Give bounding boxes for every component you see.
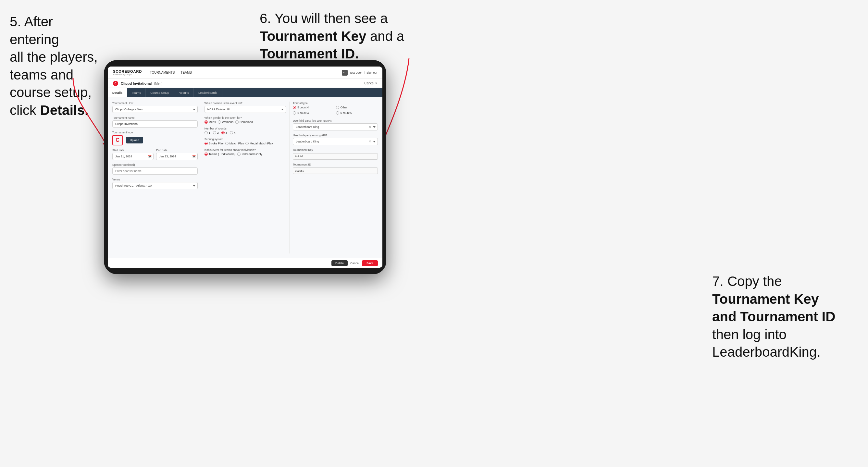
bottom-bar: Delete Cancel Save [108,258,382,268]
format-5count4[interactable]: 5 count 4 [293,106,335,109]
third-party-1-select[interactable]: Leaderboard King [293,123,378,130]
tournament-host-select[interactable]: Clippd College - Men [112,106,198,113]
start-date-input[interactable] [112,153,154,160]
tab-leaderboards[interactable]: Leaderboards [194,88,222,97]
gender-womens-label: Womens [222,120,234,124]
tournament-logo-label: Tournament logo [112,131,198,134]
third-party-1-label: Use third-party live scoring API? [293,119,378,122]
gender-womens-radio[interactable] [218,120,221,124]
rounds-2[interactable]: 2 [213,131,219,134]
tournament-name-input[interactable] [112,120,198,128]
format-6count5[interactable]: 6 count 5 [336,111,378,115]
gender-womens[interactable]: Womens [218,120,234,124]
rounds-3[interactable]: 3 [221,131,227,134]
clear-third-party-1[interactable]: ✕ [369,125,371,128]
clear-third-party-2[interactable]: ✕ [369,140,371,143]
end-date-wrap: 📅 [156,153,197,160]
rounds-1-radio[interactable] [205,131,208,134]
rounds-4[interactable]: 4 [230,131,236,134]
annotation-left-line2: all the players, [10,49,98,65]
scoring-medal-match[interactable]: Medal Match Play [245,142,273,145]
cancel-form-button[interactable]: Cancel [350,261,359,265]
user-name: Test User [350,71,362,74]
gender-combined[interactable]: Combined [235,120,253,124]
sponsor-input[interactable] [112,167,198,175]
delete-button[interactable]: Delete [332,260,348,266]
gender-combined-radio[interactable] [235,120,239,124]
gender-label: Which gender is the event for? [205,116,286,119]
gender-mens-radio[interactable] [205,120,208,124]
division-select[interactable]: NCAA Division III [205,106,286,113]
tab-details[interactable]: Details [108,88,127,97]
tournament-logo-group: Tournament logo C Upload [112,131,198,145]
scoring-match-radio[interactable] [225,142,228,145]
cancel-button[interactable]: Cancel × [364,82,377,85]
form-col-3: Format type 5 count 4 Other [289,101,378,253]
user-avatar: TU [342,70,348,75]
format-6count4-radio[interactable] [293,111,296,115]
rounds-2-radio[interactable] [213,131,216,134]
format-other-radio[interactable] [336,106,339,109]
format-6count5-radio[interactable] [336,111,339,115]
teams-plus-individuals[interactable]: Teams (+Individuals) [205,153,236,156]
annotation-br-line1: 7. Copy the [712,274,782,289]
tab-course-setup[interactable]: Course Setup [146,88,174,97]
rounds-4-radio[interactable] [230,131,233,134]
end-date-input[interactable] [156,153,197,160]
teams-radio-group: Teams (+Individuals) Individuals Only [205,153,286,156]
individuals-only[interactable]: Individuals Only [237,153,262,156]
scoring-match-label: Match Play [229,142,244,145]
gender-mens[interactable]: Mens [205,120,216,124]
nav-teams[interactable]: TEAMS [181,71,192,74]
teams-group: Is this event for Teams and/or Individua… [205,148,286,156]
rounds-3-label: 3 [226,131,227,134]
date-row: Start date 📅 End date 📅 [112,149,198,160]
scoring-medal-radio[interactable] [245,142,249,145]
nav-separator: | [364,71,365,74]
format-other[interactable]: Other [336,106,378,109]
start-date-group: Start date 📅 [112,149,154,160]
annotation-tr-cont: and a [366,29,404,44]
scoring-stroke-label: Stroke Play [209,142,224,145]
tab-teams[interactable]: Teams [127,88,146,97]
scoring-stroke-radio[interactable] [205,142,208,145]
save-button[interactable]: Save [362,260,378,266]
annotation-left-line5: click [10,102,40,118]
third-party-1-group: Use third-party live scoring API? Leader… [293,119,378,130]
tab-results[interactable]: Results [174,88,194,97]
start-date-label: Start date [112,149,154,152]
third-party-2-select-wrap: Leaderboard King ✕ [293,138,378,145]
individuals-radio[interactable] [237,153,241,156]
third-party-1-select-wrap: Leaderboard King ✕ [293,123,378,130]
rounds-1[interactable]: 1 [205,131,210,134]
rounds-3-radio[interactable] [221,131,225,134]
form-area: Tournament Host Clippd College - Men Tou… [108,97,382,258]
annotation-br-line5: LeaderboardKing. [712,344,820,360]
end-date-group: End date 📅 [156,149,197,160]
teams-label-text: Teams (+Individuals) [209,153,236,156]
sponsor-group: Sponsor (optional) [112,163,198,175]
calendar-icon: 📅 [148,155,152,158]
format-6count4-label: 6 count 4 [297,111,309,115]
upload-button[interactable]: Upload [126,137,143,144]
nav-tournaments[interactable]: TOURNAMENTS [150,71,175,74]
format-6count4[interactable]: 6 count 4 [293,111,335,115]
main-content: Tournament Host Clippd College - Men Tou… [108,97,382,268]
tournament-key-input[interactable] [293,153,378,160]
scoring-match-play[interactable]: Match Play [225,142,244,145]
format-6count5-label: 6 count 5 [341,111,352,115]
sign-out-link[interactable]: Sign out [367,71,377,74]
annotation-tr-bold1: Tournament Key [260,29,366,44]
teams-radio[interactable] [205,153,208,156]
tournament-host-label: Tournament Host [112,101,198,105]
venue-label: Venue [112,178,198,181]
division-label: Which division is the event for? [205,101,286,105]
venue-select[interactable]: Peachtree GC - Atlanta - GA [112,182,198,189]
tournament-id-input[interactable] [293,167,378,174]
form-col-1: Tournament Host Clippd College - Men Tou… [112,101,201,253]
scoring-stroke-play[interactable]: Stroke Play [205,142,224,145]
gender-mens-label: Mens [209,120,216,124]
third-party-2-select[interactable]: Leaderboard King [293,138,378,145]
format-5count4-radio[interactable] [293,106,296,109]
format-group: Format type 5 count 4 Other [293,101,378,116]
